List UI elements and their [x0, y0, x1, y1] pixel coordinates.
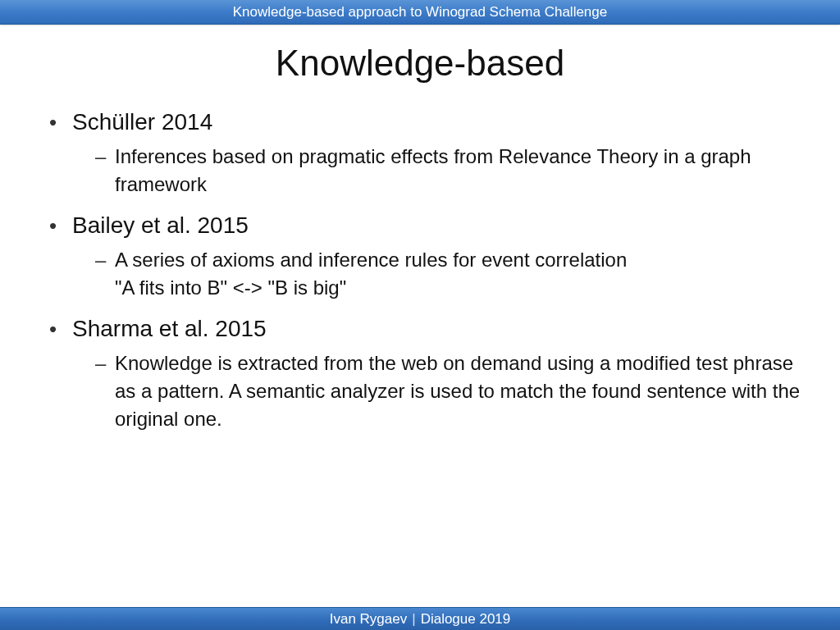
footer-author: Ivan Rygaev [330, 611, 408, 628]
dash-icon: – [95, 349, 115, 377]
list-item-label: Bailey et al. 2015 [72, 210, 249, 241]
slide: Knowledge-based approach to Winograd Sch… [0, 0, 840, 630]
bullet-icon: • [49, 107, 72, 138]
slide-title: Knowledge-based [0, 43, 840, 84]
list-item-label: Sharma et al. 2015 [72, 313, 267, 345]
list-item: • Bailey et al. 2015 – A series of axiom… [49, 210, 807, 302]
sub-list-item-text: Knowledge is extracted from the web on d… [115, 349, 804, 433]
bullet-list: • Schüller 2014 – Inferences based on pr… [49, 107, 807, 433]
sub-list-item: – A series of axioms and inference rules… [95, 246, 807, 302]
sub-list-item: – Inferences based on pragmatic effects … [95, 143, 807, 199]
footer-event: Dialogue 2019 [421, 611, 511, 628]
header-bar: Knowledge-based approach to Winograd Sch… [0, 0, 840, 25]
list-item: • Schüller 2014 – Inferences based on pr… [49, 107, 807, 199]
header-title: Knowledge-based approach to Winograd Sch… [233, 4, 607, 21]
sub-list-item: – Knowledge is extracted from the web on… [95, 349, 807, 433]
sub-list: – A series of axioms and inference rules… [95, 246, 807, 302]
bullet-icon: • [49, 210, 72, 241]
sub-list: – Inferences based on pragmatic effects … [95, 143, 807, 199]
sub-list-item-text: A series of axioms and inference rules f… [115, 246, 627, 302]
footer-separator: | [412, 611, 415, 628]
bullet-icon: • [49, 313, 72, 345]
sub-list: – Knowledge is extracted from the web on… [95, 349, 807, 433]
content-area: • Schüller 2014 – Inferences based on pr… [0, 107, 840, 607]
sub-list-item-text: Inferences based on pragmatic effects fr… [115, 143, 804, 199]
title-area: Knowledge-based [0, 25, 840, 107]
footer-bar: Ivan Rygaev | Dialogue 2019 [0, 607, 840, 630]
dash-icon: – [95, 143, 115, 171]
list-item-label: Schüller 2014 [72, 107, 212, 138]
dash-icon: – [95, 246, 115, 274]
list-item: • Sharma et al. 2015 – Knowledge is extr… [49, 313, 807, 433]
